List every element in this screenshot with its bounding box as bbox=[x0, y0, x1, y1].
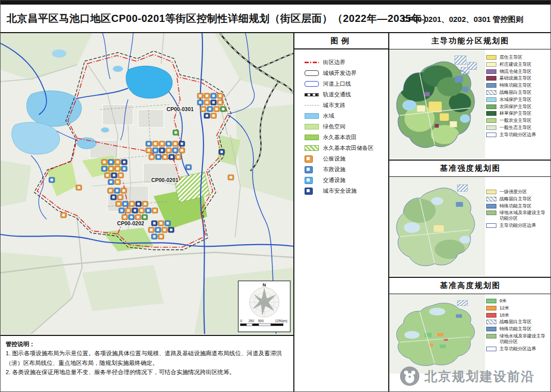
scale-label-1250: 1250(m) bbox=[275, 319, 287, 323]
legend-label: 村庄建设主导区 bbox=[499, 62, 532, 67]
legend-label: 主导功能分区边界 bbox=[499, 223, 536, 228]
sw-rail-swatch bbox=[305, 93, 319, 96]
legend-item: 绿色空间 bbox=[305, 123, 385, 130]
sw-zoneline-swatch bbox=[486, 347, 496, 351]
main-map: CP00-0301 CP00-0201 CP00-0202 bbox=[1, 33, 294, 335]
sw-special-swatch bbox=[486, 83, 496, 88]
page-title: 北京昌平区马池口地区CP00-0201等街区控制性详细规划（街区层面）（2022… bbox=[7, 12, 432, 25]
legend-label: 战略留白主导区 bbox=[499, 196, 532, 202]
map-label-cp00-0202: CP00-0202 bbox=[117, 220, 144, 226]
legend-item: 街区边界 bbox=[305, 59, 385, 66]
legend-item: 城镇开发边界 bbox=[305, 69, 385, 77]
legend-label: 物流仓储主导区 bbox=[499, 69, 532, 74]
legend-label: 水域保护主导区 bbox=[499, 97, 532, 102]
legend-item: 村庄建设主导区 bbox=[486, 62, 549, 67]
function-zoning-legend: 居住主导区村庄建设主导区物流仓储主导区基础设施主导区特殊功能主导区战略留白主导区… bbox=[485, 49, 550, 159]
legend-item: 城市安全设施 bbox=[305, 187, 385, 195]
legend-item: 交通设施 bbox=[305, 176, 385, 184]
sw-forest-swatch bbox=[486, 111, 496, 116]
legend-label: 特殊功能主导区 bbox=[499, 326, 532, 332]
legend-item: 战略留白主导区 bbox=[486, 196, 549, 202]
sw-reserved-swatch bbox=[486, 90, 496, 95]
sw-waterprot-swatch bbox=[486, 97, 496, 102]
height-minimap bbox=[389, 294, 485, 374]
sw-water-swatch bbox=[305, 113, 319, 119]
scale-label-500: 500 bbox=[258, 319, 264, 323]
compass-north-label: N bbox=[263, 282, 266, 288]
sw-intensity1-swatch bbox=[486, 190, 496, 194]
legend-item: 轨道交通线 bbox=[305, 91, 385, 98]
legend-item: 城市支路 bbox=[305, 101, 385, 109]
sw-zoneline-swatch bbox=[486, 133, 496, 137]
legend-label: 水域 bbox=[323, 112, 334, 120]
sw-h18-swatch bbox=[486, 313, 496, 318]
title-bar: 北京昌平区马池口地区CP00-0201等街区控制性详细规划（街区层面）（2022… bbox=[1, 5, 551, 32]
legend-panel: 图例 街区边界城镇开发边界河道上口线轨道交通线城市支路水域绿色空间永久基本农田永… bbox=[294, 33, 389, 392]
intensity-legend: 一级强度分区战略留白主导区特殊功能主导区绿地水域及非建设主导功能分区主导功能分区… bbox=[485, 177, 550, 276]
legend-label: 河道上口线 bbox=[323, 80, 351, 88]
sw-village-swatch bbox=[486, 62, 496, 67]
legend-item: 永久基本农田储备区 bbox=[305, 144, 385, 152]
map-label-cp00-0301: CP00-0301 bbox=[166, 106, 193, 112]
sw-farm-reserve-swatch bbox=[305, 145, 319, 151]
compass-and-scale-box: N 0 250 500 1250(m) bbox=[238, 281, 290, 332]
scale-label-0: 0 bbox=[240, 319, 242, 323]
legend-label: 18米 bbox=[499, 312, 509, 318]
sw-h12-swatch bbox=[486, 306, 496, 310]
legend-item: 特殊功能主导区 bbox=[486, 326, 549, 332]
sw-farmprot-swatch bbox=[486, 104, 496, 109]
sw-road-swatch bbox=[305, 105, 319, 106]
scale-label-250: 250 bbox=[248, 319, 254, 323]
legend-item: 一般生态主导区 bbox=[486, 125, 549, 130]
intensity-minimap bbox=[389, 177, 485, 276]
legend-item: 主导功能分区边界 bbox=[486, 346, 549, 352]
panel-intensity: 基准强度规划图 bbox=[389, 161, 551, 278]
legend-item: 永久基本农田 bbox=[305, 134, 385, 141]
legend-label: 城镇开发边界 bbox=[323, 69, 357, 77]
sw-devline-swatch bbox=[305, 70, 319, 76]
legend-label: 街区边界 bbox=[323, 59, 345, 66]
legend-label: 绿地水域及非建设主导功能分区 bbox=[499, 333, 549, 345]
watermark-logo-icon bbox=[399, 366, 420, 386]
legend-item: 河道上口线 bbox=[305, 80, 385, 88]
sw-ic-swatch bbox=[305, 188, 319, 194]
legend-label: 主导功能分区边界 bbox=[499, 132, 536, 138]
legend-list: 街区边界城镇开发边界河道上口线轨道交通线城市支路水域绿色空间永久基本农田永久基本… bbox=[294, 49, 388, 195]
legend-label: 居住主导区 bbox=[499, 55, 522, 60]
sw-infra-swatch bbox=[486, 76, 496, 81]
watermark-text: 北京规划建设前沿 bbox=[424, 368, 535, 385]
sw-logistics-swatch bbox=[486, 69, 496, 74]
legend-label: 市政设施 bbox=[323, 166, 345, 173]
control-notes: 管控说明： 1. 图示各项设施布局为示意位置。各项设施具体位置与规模、道路及基础… bbox=[1, 335, 294, 392]
sw-eco-swatch bbox=[486, 125, 496, 130]
function-zoning-minimap bbox=[389, 49, 485, 159]
legend-label: 主导功能分区边界 bbox=[499, 346, 536, 352]
main-map-svg: CP00-0301 CP00-0201 CP00-0202 bbox=[1, 33, 293, 334]
notes-line-1: 1. 图示各项设施布局为示意位置。各项设施具体位置与规模、道路及基础设施廊道布局… bbox=[6, 349, 287, 368]
sub-plans-column: 主导功能分区规划图 bbox=[389, 33, 551, 392]
legend-label: 12米 bbox=[499, 305, 509, 311]
legend-label: 城市安全设施 bbox=[323, 187, 357, 195]
sw-greenwater-swatch bbox=[486, 334, 496, 338]
legend-item: 12米 bbox=[486, 305, 549, 311]
legend-label: 永久基本农田 bbox=[323, 134, 357, 141]
scale-bar-segments bbox=[240, 324, 283, 326]
sw-residential-swatch bbox=[486, 55, 496, 60]
legend-label: 林草保护主导区 bbox=[499, 111, 532, 116]
legend-label: 农田保护主导区 bbox=[499, 104, 532, 110]
height-legend: 9米12米18米战略留白主导区特殊功能主导区绿地水域及非建设主导功能分区主导功能… bbox=[485, 294, 550, 374]
legend-item: 一般农业主导区 bbox=[486, 118, 549, 123]
legend-label: 特殊功能主导区 bbox=[499, 83, 532, 88]
sw-special-swatch bbox=[486, 327, 496, 331]
legend-label: 城市支路 bbox=[323, 101, 345, 109]
legend-label: 战略留白主导区 bbox=[499, 90, 532, 95]
legend-item: 基础设施主导区 bbox=[486, 75, 549, 81]
sw-farm-swatch bbox=[305, 135, 319, 140]
legend-item: 特殊功能主导区 bbox=[486, 83, 549, 88]
legend-item: 战略留白主导区 bbox=[486, 90, 549, 95]
content-area: CP00-0301 CP00-0201 CP00-0202 bbox=[1, 32, 551, 392]
sw-zoneline-swatch bbox=[486, 223, 496, 228]
legend-item: 市政设施 bbox=[305, 166, 385, 173]
legend-label: 绿地水域及非建设主导功能分区 bbox=[499, 210, 549, 221]
page-subtitle: CP00-0201、0202、0301 管控图则 bbox=[403, 15, 523, 24]
